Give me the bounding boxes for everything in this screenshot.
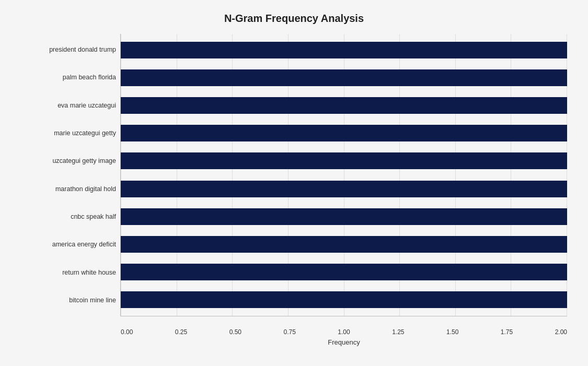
x-tick-label: 1.75	[501, 328, 513, 336]
y-label: palm beach florida	[63, 74, 116, 81]
plot-area: 0.000.250.500.751.001.251.501.752.00 Fre…	[120, 34, 567, 316]
bar-row	[121, 95, 567, 116]
x-tick-label: 1.50	[446, 328, 458, 336]
bar-row	[121, 67, 567, 89]
x-axis-title: Frequency	[121, 338, 567, 346]
bar	[121, 42, 567, 58]
chart-container: N-Gram Frequency Analysis president dona…	[0, 0, 588, 366]
y-label: cnbc speak half	[71, 213, 116, 221]
y-axis-labels: president donald trumppalm beach florida…	[21, 34, 120, 316]
y-label: america energy deficit	[52, 241, 116, 249]
bar	[121, 69, 567, 86]
y-label: uzcategui getty image	[52, 157, 116, 165]
x-tick-label: 2.00	[555, 328, 567, 336]
x-tick-label: 0.00	[121, 328, 133, 336]
chart-area: president donald trumppalm beach florida…	[21, 34, 567, 316]
bar-row	[121, 39, 567, 61]
x-tick-label: 0.50	[229, 328, 241, 336]
y-label: return white house	[62, 269, 116, 277]
y-label: bitcoin mine line	[69, 297, 116, 304]
y-label: president donald trump	[49, 46, 116, 54]
bar	[121, 181, 567, 197]
bar-row	[121, 233, 567, 255]
x-tick-label: 0.25	[175, 328, 187, 336]
bar-row	[121, 150, 567, 172]
bar-row	[121, 122, 567, 144]
bar	[121, 291, 567, 308]
x-tick-label: 1.25	[392, 328, 404, 336]
x-axis-labels: 0.000.250.500.751.001.251.501.752.00	[121, 328, 567, 336]
y-label: eva marie uzcategui	[57, 102, 116, 110]
bar	[121, 125, 567, 141]
x-tick-label: 0.75	[283, 328, 295, 336]
y-label: marie uzcategui getty	[54, 129, 116, 137]
x-tick-label: 1.00	[338, 328, 350, 336]
bar-row	[121, 178, 567, 200]
bar	[121, 264, 567, 280]
y-label: marathon digital hold	[55, 185, 116, 193]
bar	[121, 236, 567, 253]
bar-row	[121, 206, 567, 228]
bar	[121, 152, 567, 169]
bar-row	[121, 261, 567, 283]
bar-row	[121, 289, 567, 311]
bar	[121, 208, 567, 225]
chart-title: N-Gram Frequency Analysis	[21, 13, 567, 25]
bar	[121, 97, 567, 114]
bars-area	[121, 34, 567, 316]
